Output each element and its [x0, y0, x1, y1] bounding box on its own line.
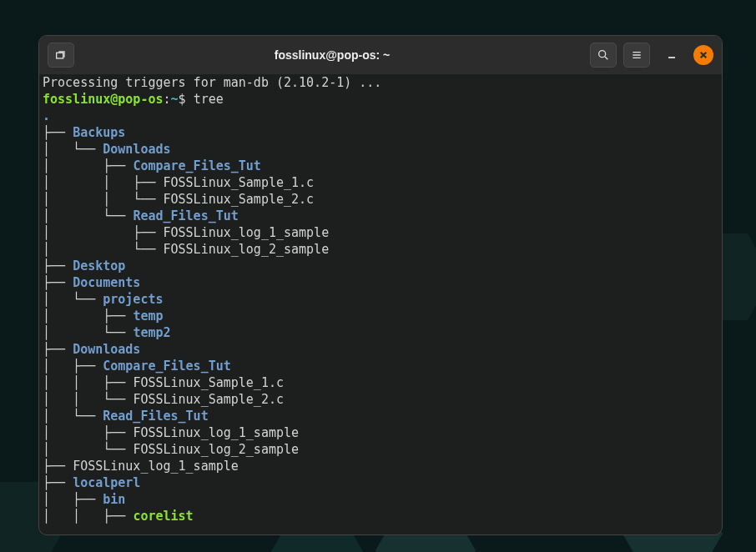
tree-line: │ ├── FOSSLinux_log_1_sample: [43, 424, 718, 441]
prompt-symbol: $: [179, 92, 194, 107]
terminal-body[interactable]: Processing triggers for man-db (2.10.2-1…: [39, 74, 722, 534]
tree-line: ├── Backups: [43, 124, 718, 141]
tree-line: │ └── FOSSLinux_log_2_sample: [43, 241, 718, 258]
hamburger-icon: [630, 48, 643, 62]
tree-line: │ ├── temp: [43, 308, 718, 324]
tree-line: │ └── Read_Files_Tut: [43, 408, 718, 424]
tree-line: │ └── temp2: [43, 324, 718, 341]
menu-button[interactable]: [623, 43, 650, 68]
prompt-colon: :: [164, 92, 171, 107]
command-text: tree: [194, 92, 224, 107]
tree-root: .: [43, 108, 718, 124]
tree-line: │ └── FOSSLinux_log_2_sample: [43, 441, 718, 458]
tree-line: │ ├── Compare_Files_Tut: [43, 358, 718, 374]
tree-line: │ │ ├── corelist: [43, 508, 718, 524]
tree-line: │ └── Downloads: [43, 141, 718, 158]
window-title: fosslinux@pop-os: ~: [81, 48, 583, 62]
tree-line: │ ├── FOSSLinux_log_1_sample: [43, 224, 718, 241]
prompt-line: fosslinux@pop-os:~$ tree: [43, 91, 718, 108]
tree-line: │ └── Read_Files_Tut: [43, 208, 718, 224]
tree-line: │ ├── bin: [43, 491, 718, 508]
terminal-window: fosslinux@pop-os: ~ Processing triggers …: [38, 35, 723, 535]
minimize-icon: [666, 49, 678, 61]
minimize-button[interactable]: [660, 43, 683, 67]
close-button[interactable]: [693, 45, 713, 65]
new-tab-button[interactable]: [48, 43, 74, 68]
tree-line: ├── Documents: [43, 274, 718, 291]
svg-rect-0: [57, 53, 63, 58]
tree-line: ├── localperl: [43, 474, 718, 491]
tree-line: │ └── projects: [43, 291, 718, 308]
tree-line: ├── FOSSLinux_log_1_sample: [43, 458, 718, 474]
search-button[interactable]: [590, 43, 617, 68]
tree-line: │ │ └── FOSSLinux_Sample_2.c: [43, 391, 718, 408]
search-icon: [597, 48, 610, 62]
svg-point-1: [599, 51, 606, 58]
tree-line: │ ├── Compare_Files_Tut: [43, 158, 718, 174]
output-line: Processing triggers for man-db (2.10.2-1…: [43, 74, 718, 91]
close-icon: [699, 51, 708, 59]
tree-line: ├── Desktop: [43, 258, 718, 274]
prompt-user: fosslinux@pop-os: [43, 92, 164, 107]
tree-line: │ │ ├── FOSSLinux_Sample_1.c: [43, 374, 718, 391]
titlebar: fosslinux@pop-os: ~: [39, 36, 722, 74]
svg-line-2: [605, 57, 607, 59]
tree-output: ├── Backups│ └── Downloads│ ├── Compare_…: [43, 124, 718, 524]
tree-line: ├── Downloads: [43, 341, 718, 358]
tree-line: │ │ ├── FOSSLinux_Sample_1.c: [43, 174, 718, 191]
new-tab-icon: [54, 48, 68, 62]
tree-line: │ │ └── FOSSLinux_Sample_2.c: [43, 191, 718, 208]
prompt-path: ~: [171, 92, 179, 107]
